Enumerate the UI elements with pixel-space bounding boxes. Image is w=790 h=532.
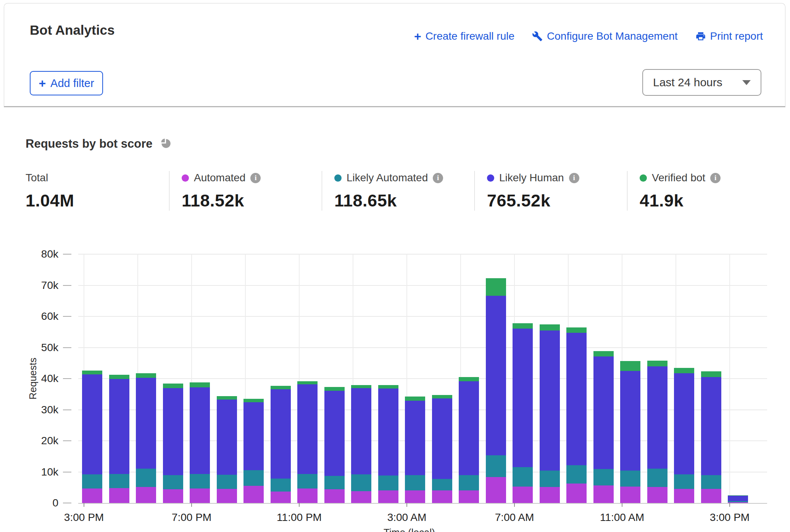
bar-11-00-pm[interactable] — [297, 381, 318, 503]
bar-7-00-am[interactable] — [513, 323, 533, 503]
time-range-value: Last 24 hours — [653, 76, 722, 89]
bar-segment-likely-human — [593, 356, 614, 469]
bar-12-00-am[interactable] — [324, 387, 345, 503]
bar-segment-automated — [136, 487, 156, 503]
bar-10-00-am[interactable] — [593, 351, 614, 503]
likely-human-dot-icon — [487, 174, 494, 182]
bar-segment-verified-bot — [163, 384, 183, 388]
bar-6-00-am[interactable] — [486, 278, 506, 503]
bar-segment-automated — [540, 487, 560, 503]
bar-segment-likely-human — [163, 388, 183, 475]
bar-segment-verified-bot — [271, 386, 291, 389]
bar-segment-likely-automated — [351, 474, 371, 491]
bar-11-00-am[interactable] — [620, 361, 640, 503]
info-icon[interactable]: i — [433, 173, 443, 183]
pie-chart-icon — [159, 137, 172, 151]
y-tick-label: 30k — [41, 404, 58, 416]
bar-segment-automated — [459, 490, 479, 503]
bar-segment-likely-human — [190, 387, 210, 474]
bar-segment-likely-automated — [566, 465, 587, 484]
y-tick-label: 70k — [41, 279, 58, 292]
bar-segment-likely-automated — [701, 475, 721, 489]
bar-segment-likely-human — [620, 371, 640, 471]
bar-12-00-pm[interactable] — [647, 361, 667, 503]
bar-segment-likely-human — [647, 366, 667, 469]
bar-3-00-am[interactable] — [405, 397, 425, 503]
bar-segment-automated — [701, 489, 721, 503]
y-axis-tick — [63, 378, 71, 379]
bar-1-00-pm[interactable] — [674, 368, 694, 503]
x-tick-label: 11:00 PM — [277, 511, 322, 524]
x-axis-tick — [191, 503, 192, 507]
bar-segment-automated — [620, 487, 640, 503]
bar-segment-likely-human — [136, 378, 156, 469]
v-gridline — [729, 254, 730, 503]
bar-5-00-pm[interactable] — [136, 373, 156, 503]
bar-5-00-am[interactable] — [459, 377, 479, 503]
bar-segment-verified-bot — [432, 395, 452, 398]
bar-segment-verified-bot — [405, 397, 425, 401]
add-filter-label: Add filter — [50, 77, 94, 90]
x-axis-tick — [299, 503, 300, 507]
y-axis-tick — [63, 254, 71, 255]
bar-segment-likely-automated — [378, 476, 398, 490]
bar-segment-verified-bot — [540, 324, 560, 330]
y-tick-label: 60k — [41, 310, 58, 322]
info-icon[interactable]: i — [710, 173, 721, 183]
bar-segment-likely-automated — [190, 474, 210, 488]
y-axis-tick — [63, 316, 71, 317]
bar-segment-likely-human — [109, 379, 129, 474]
create-firewall-rule-link[interactable]: + Create firewall rule — [414, 30, 514, 42]
bar-10-00-pm[interactable] — [271, 386, 291, 503]
bar-segment-likely-human — [324, 391, 345, 476]
bar-segment-verified-bot — [82, 371, 102, 375]
info-icon[interactable]: i — [569, 173, 579, 183]
bot-analytics-page: Bot Analytics + Create firewall rule Con… — [0, 0, 790, 532]
bar-9-00-pm[interactable] — [243, 399, 264, 503]
configure-bot-management-link[interactable]: Configure Bot Management — [532, 30, 677, 42]
bar-2-00-pm[interactable] — [701, 371, 721, 503]
bar-segment-automated — [109, 488, 129, 503]
bar-segment-likely-human — [674, 373, 694, 474]
bar-segment-verified-bot — [647, 361, 667, 366]
bar-segment-verified-bot — [486, 278, 506, 296]
bar-segment-automated — [190, 488, 210, 503]
bar-4-00-am[interactable] — [432, 395, 452, 503]
bar-4-00-pm[interactable] — [109, 375, 129, 503]
bar-segment-likely-automated — [217, 475, 237, 489]
bar-3-00-pm[interactable] — [728, 495, 748, 503]
y-tick-label: 0 — [52, 497, 58, 509]
print-report-link[interactable]: Print report — [695, 30, 763, 42]
stat-label: Automated — [194, 172, 245, 184]
x-tick-label: 7:00 AM — [495, 511, 534, 524]
y-tick-label: 40k — [41, 372, 58, 385]
add-filter-button[interactable]: + Add filter — [30, 71, 103, 95]
bar-segment-verified-bot — [297, 381, 318, 384]
bar-segment-automated — [163, 489, 183, 503]
bar-segment-verified-bot — [243, 399, 264, 402]
bar-2-00-am[interactable] — [378, 385, 398, 503]
bar-1-00-am[interactable] — [351, 385, 371, 503]
bar-segment-verified-bot — [593, 351, 614, 357]
info-icon[interactable]: i — [250, 173, 261, 183]
y-axis-tick — [63, 347, 71, 348]
time-range-select[interactable]: Last 24 hours — [642, 69, 761, 96]
bar-8-00-am[interactable] — [540, 324, 560, 503]
bar-7-00-pm[interactable] — [190, 382, 210, 503]
bar-6-00-pm[interactable] — [163, 384, 183, 503]
bar-segment-verified-bot — [378, 385, 398, 389]
bar-9-00-am[interactable] — [566, 327, 587, 503]
bar-segment-automated — [351, 491, 371, 503]
h-gridline — [78, 285, 767, 286]
bar-segment-automated — [647, 487, 667, 503]
bar-8-00-pm[interactable] — [217, 396, 237, 503]
bar-segment-automated — [486, 477, 506, 503]
x-axis-title: Time (local) — [384, 527, 435, 532]
bar-3-00-pm[interactable] — [82, 371, 102, 503]
bar-segment-likely-automated — [109, 474, 129, 488]
x-axis-tick — [514, 503, 515, 507]
bar-segment-likely-human — [351, 388, 371, 474]
bar-segment-likely-human — [243, 402, 264, 470]
stat-value: 765.52k — [487, 191, 619, 211]
stat-value: 118.52k — [182, 191, 314, 211]
